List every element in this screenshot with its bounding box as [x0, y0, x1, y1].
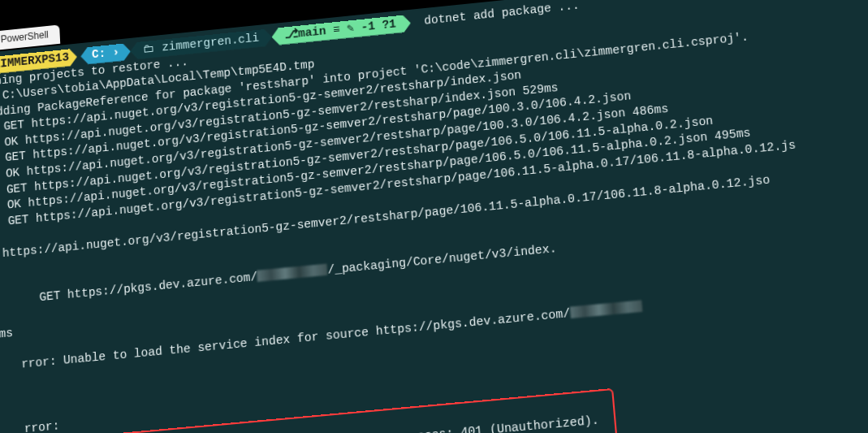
output-text: /_packaging/Core/nuget/v3/index. — [327, 242, 557, 277]
redacted-org — [257, 264, 328, 282]
redacted-org — [569, 300, 642, 318]
terminal-window: Windows PowerShell obia@ZIMMERXPS13 C: ›… — [0, 0, 868, 433]
folder-icon: 🗀 — [143, 42, 156, 56]
tab-title: Windows PowerShell — [0, 29, 49, 50]
error-message: Response status code does not indicate s… — [101, 414, 599, 433]
terminal-body[interactable]: obia@ZIMMERXPS13 C: › 🗀 zimmergren.cli ⎇… — [0, 0, 868, 433]
output-text: GET https://pkgs.dev.azure.com/ — [18, 271, 257, 306]
branch-icon: ⎇ — [284, 28, 299, 41]
error-prefix: rror: — [24, 419, 59, 433]
